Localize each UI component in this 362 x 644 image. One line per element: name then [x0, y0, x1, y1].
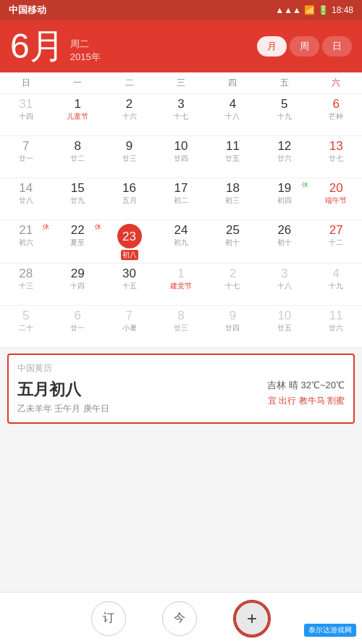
info-box: 中国黄历 五月初八 乙未羊年 壬午月 庚午日 吉林 晴 32℃~20℃ 宜 出行… [7, 354, 355, 424]
day-number: 18 [226, 182, 240, 194]
time-label: 18:48 [332, 5, 353, 15]
day-cell[interactable]: 28十三 [0, 264, 51, 306]
day-number: 9 [230, 309, 236, 322]
day-number: 19 [277, 182, 291, 194]
day-cell[interactable]: 7小暑 [104, 306, 155, 348]
day-cell[interactable]: 23初八 [104, 220, 155, 264]
day-cell[interactable]: 休22夏至 [51, 220, 103, 264]
day-lunar: 廿三 [174, 323, 188, 333]
day-lunar: 初十 [225, 238, 240, 248]
day-cell[interactable]: 10廿四 [155, 136, 206, 178]
day-header-mon: 一 [51, 72, 103, 93]
day-number: 9 [126, 140, 132, 152]
day-number: 31 [19, 98, 33, 110]
day-cell[interactable]: 15廿九 [51, 178, 103, 220]
info-box-yi: 宜 出行 教牛马 割蜜 [267, 395, 345, 407]
day-cell[interactable]: 24初九 [155, 220, 206, 264]
day-lunar: 十二 [329, 238, 343, 248]
battery-icon: 🔋 [318, 5, 329, 15]
day-lunar: 十七 [174, 112, 188, 122]
day-number: 10 [277, 309, 291, 322]
day-cell[interactable]: 3十七 [155, 94, 206, 136]
day-lunar: 十八 [225, 112, 240, 122]
day-cell[interactable]: 11廿五 [207, 136, 258, 178]
day-cell[interactable]: 9廿四 [207, 306, 258, 348]
header-date-info: 6月 周二 2015年 [10, 29, 101, 64]
info-box-main: 五月初八 乙未羊年 壬午月 庚午日 吉林 晴 32℃~20℃ 宜 出行 教牛马 … [17, 379, 345, 415]
month-view-button[interactable]: 月 [257, 36, 287, 57]
day-cell[interactable]: 2十六 [104, 94, 155, 136]
day-number: 1 [177, 267, 184, 280]
day-cell[interactable]: 9廿三 [104, 136, 155, 178]
day-number: 13 [329, 140, 343, 152]
day-cell[interactable]: 2十七 [207, 264, 258, 306]
day-number: 28 [19, 267, 33, 280]
info-box-right: 吉林 晴 32℃~20℃ 宜 出行 教牛马 割蜜 [267, 379, 345, 407]
day-header-sun: 日 [0, 72, 51, 93]
today-button[interactable]: 今 [162, 601, 197, 636]
day-cell[interactable]: 11廿六 [311, 306, 362, 348]
header-month: 6月 [10, 29, 64, 64]
day-cell[interactable]: 29十四 [51, 264, 103, 306]
day-cell[interactable]: 25初十 [207, 220, 258, 264]
day-number: 7 [22, 140, 29, 152]
day-cell[interactable]: 1建党节 [155, 264, 206, 306]
day-cell[interactable]: 13廿七 [311, 136, 362, 178]
add-button[interactable]: + [233, 600, 271, 637]
day-cell[interactable]: 20端午节 [311, 178, 362, 220]
day-number: 2 [230, 267, 236, 280]
info-box-ganzhi: 乙未羊年 壬午月 庚午日 [17, 403, 109, 415]
week-view-button[interactable]: 周 [290, 36, 319, 57]
day-cell[interactable]: 休21初六 [0, 220, 51, 264]
day-header-thu: 四 [207, 72, 258, 93]
day-cell[interactable]: 10廿五 [258, 306, 310, 348]
day-cell[interactable]: 12廿六 [258, 136, 310, 178]
day-header-tue: 二 [104, 72, 155, 93]
day-cell[interactable]: 6廿一 [51, 306, 103, 348]
day-cell[interactable]: 17初二 [155, 178, 206, 220]
day-lunar: 芒种 [329, 112, 343, 122]
calendar-area: 日 一 二 三 四 五 六 31十四1儿童节2十六3十七4十八5十九6芒种7廿一… [0, 72, 362, 348]
watermark: 泰尔达游戏网 [304, 624, 356, 637]
day-cell[interactable]: 5十九 [258, 94, 310, 136]
day-number: 7 [126, 309, 132, 322]
day-headers: 日 一 二 三 四 五 六 [0, 72, 362, 94]
day-lunar: 廿三 [122, 154, 137, 164]
day-cell[interactable]: 1儿童节 [51, 94, 103, 136]
day-lunar: 初八 [121, 250, 138, 260]
day-cell[interactable]: 7廿一 [0, 136, 51, 178]
day-number: 15 [71, 182, 85, 194]
subscribe-button[interactable]: 订 [91, 601, 126, 636]
bottom-spacer [0, 430, 362, 473]
day-header-fri: 五 [258, 72, 310, 93]
day-cell[interactable]: 5二十 [0, 306, 51, 348]
day-cell[interactable]: 4十八 [207, 94, 258, 136]
day-cell[interactable]: 8廿二 [51, 136, 103, 178]
day-cell[interactable]: 4十九 [311, 264, 362, 306]
day-number: 2 [126, 98, 132, 110]
holiday-badge: 休 [302, 180, 308, 190]
day-cell[interactable]: 26初十 [258, 220, 310, 264]
day-lunar: 十五 [122, 281, 137, 291]
day-number: 8 [177, 309, 184, 322]
day-cell[interactable]: 3十八 [258, 264, 310, 306]
day-cell[interactable]: 8廿三 [155, 306, 206, 348]
day-cell[interactable]: 14廿八 [0, 178, 51, 220]
day-number: 26 [277, 224, 291, 236]
day-cell[interactable]: 休19初四 [258, 178, 310, 220]
calendar-grid: 31十四1儿童节2十六3十七4十八5十九6芒种7廿一8廿二9廿三10廿四11廿五… [0, 94, 362, 348]
day-cell[interactable]: 6芒种 [311, 94, 362, 136]
day-number: 4 [230, 98, 236, 110]
day-number: 21 [19, 224, 33, 236]
day-cell[interactable]: 27十二 [311, 220, 362, 264]
day-cell[interactable]: 31十四 [0, 94, 51, 136]
day-number: 4 [333, 267, 340, 280]
day-view-button[interactable]: 日 [322, 36, 352, 57]
day-lunar: 初九 [174, 238, 188, 248]
day-cell[interactable]: 16五月 [104, 178, 155, 220]
info-box-left: 五月初八 乙未羊年 壬午月 庚午日 [17, 379, 109, 415]
day-cell[interactable]: 30十五 [104, 264, 155, 306]
day-lunar: 十四 [19, 112, 33, 122]
holiday-badge: 休 [43, 222, 49, 232]
day-cell[interactable]: 18初三 [207, 178, 258, 220]
